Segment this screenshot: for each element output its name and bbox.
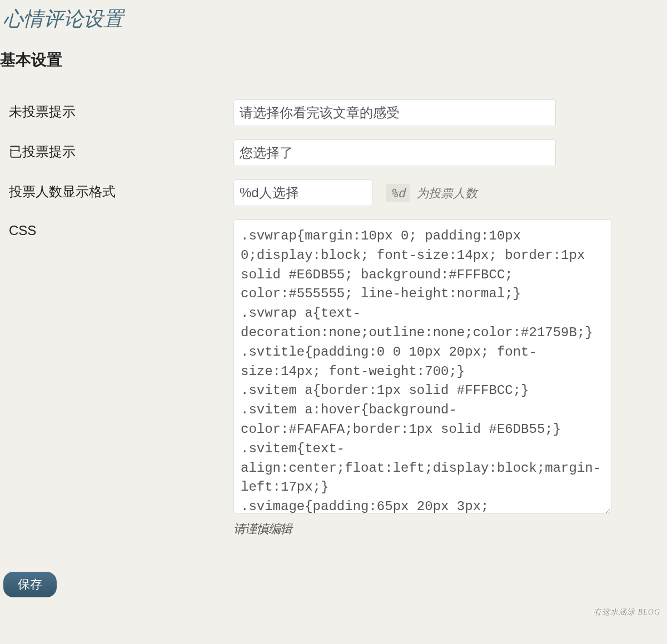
textarea-css[interactable] — [233, 219, 611, 514]
row-css: CSS 请谨慎编辑 — [0, 213, 667, 544]
row-not-voted: 未投票提示 — [0, 93, 667, 133]
input-count-format[interactable] — [233, 179, 372, 206]
label-css: CSS — [0, 213, 233, 544]
row-count-format: 投票人数显示格式 %d 为投票人数 — [0, 173, 667, 213]
watermark: 有这水涵泳 BLOG — [594, 608, 660, 616]
label-voted: 已投票提示 — [0, 133, 233, 173]
settings-form: 未投票提示 已投票提示 投票人数显示格式 %d 为投票人数 CSS 请谨慎编辑 — [0, 93, 667, 544]
save-button[interactable]: 保存 — [3, 572, 57, 597]
hint-code: %d — [386, 184, 410, 202]
input-voted[interactable] — [233, 139, 556, 166]
page-title: 心情评论设置 — [3, 6, 667, 33]
row-voted: 已投票提示 — [0, 133, 667, 173]
hint-text: 为投票人数 — [416, 186, 477, 200]
label-count-format: 投票人数显示格式 — [0, 173, 233, 213]
css-hint: 请谨慎编辑 — [233, 521, 661, 537]
label-not-voted: 未投票提示 — [0, 93, 233, 133]
input-not-voted[interactable] — [233, 99, 556, 126]
section-heading: 基本设置 — [0, 49, 667, 71]
